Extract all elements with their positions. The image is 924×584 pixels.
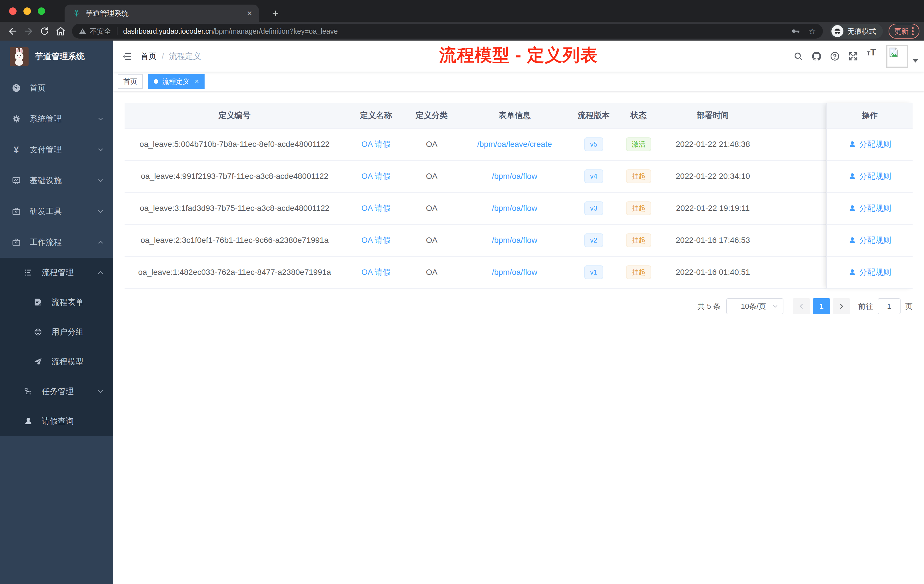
assign-rule-button[interactable]: 分配规则	[848, 139, 891, 150]
sidebar-item-label: 支付管理	[30, 144, 97, 155]
sidebar-item-label: 系统管理	[30, 114, 97, 124]
browser-tab[interactable]: 芋道管理系统 ×	[64, 5, 259, 22]
form-link[interactable]: /bpm/oa/flow	[492, 172, 538, 181]
chevron-down-icon	[97, 115, 104, 122]
reload-icon[interactable]	[36, 23, 53, 39]
breadcrumb-home[interactable]: 首页	[140, 51, 157, 62]
fullscreen-icon[interactable]	[844, 47, 862, 66]
font-size-icon[interactable]: TT	[862, 47, 881, 66]
bookmark-star-icon[interactable]: ☆	[808, 26, 816, 36]
form-link[interactable]: /bpm/oa/leave/create	[477, 140, 552, 149]
definition-name-link[interactable]: OA 请假	[361, 267, 391, 278]
col-header-id: 定义编号	[125, 103, 345, 128]
goto-prefix: 前往	[858, 302, 873, 312]
definition-id: oa_leave:4:991f2193-7b7f-11ec-a3c8-acde4…	[125, 160, 345, 192]
sidebar-item-process-model[interactable]: 流程模型	[0, 347, 113, 376]
yen-icon: ¥	[12, 145, 21, 155]
sidebar-item-label: 基础设施	[30, 175, 97, 186]
definition-id: oa_leave:1:482ec033-762a-11ec-8477-a2380…	[125, 257, 345, 288]
help-icon[interactable]	[826, 47, 844, 66]
url-path[interactable]: /bpm/manager/definition?key=oa_leave	[213, 27, 338, 35]
chevron-up-icon	[97, 239, 104, 246]
incognito-badge: 无痕模式	[830, 24, 883, 39]
url-domain[interactable]: dashboard.yudao.iocoder.cn	[123, 27, 213, 35]
user-avatar[interactable]	[886, 45, 908, 68]
zoom-window-button[interactable]	[38, 7, 45, 15]
sidebar-item-user-group[interactable]: 用户分组	[0, 317, 113, 347]
sidebar-item-label: 首页	[30, 82, 104, 93]
github-icon[interactable]	[807, 47, 826, 66]
assign-rule-button[interactable]: 分配规则	[848, 203, 891, 214]
chevron-down-icon	[97, 146, 104, 153]
password-key-icon[interactable]	[790, 26, 800, 36]
sidebar-toggle-icon[interactable]	[113, 51, 140, 61]
not-secure-label[interactable]: 不安全	[90, 26, 111, 36]
tag-label: 首页	[124, 77, 137, 86]
browser-toolbar: 不安全 dashboard.yudao.iocoder.cn/bpm/manag…	[0, 22, 924, 41]
close-window-button[interactable]	[9, 7, 16, 15]
page-number-button[interactable]: 1	[813, 298, 830, 314]
home-icon[interactable]	[53, 23, 69, 39]
sidebar-item-infrastructure[interactable]: 基础设施	[0, 165, 113, 196]
next-page-button[interactable]	[833, 298, 850, 314]
avatar-caret-down-icon[interactable]	[912, 59, 918, 63]
back-icon[interactable]	[5, 23, 21, 39]
search-icon[interactable]	[789, 47, 807, 66]
deploy-time: 2022-01-22 20:34:10	[663, 160, 763, 192]
person-icon	[848, 204, 856, 212]
goto-suffix: 页	[905, 302, 912, 312]
form-link[interactable]: /bpm/oa/flow	[492, 236, 538, 245]
definition-name-link[interactable]: OA 请假	[361, 139, 391, 150]
chevron-down-icon	[97, 388, 104, 395]
sidebar-item-process-form[interactable]: 流程表单	[0, 287, 113, 317]
definition-name-link[interactable]: OA 请假	[361, 203, 391, 214]
minimize-window-button[interactable]	[23, 7, 31, 15]
goto-page-input[interactable]	[878, 298, 901, 314]
chevron-up-icon	[97, 269, 104, 276]
person-icon	[848, 268, 856, 276]
table-row: oa_leave:1:482ec033-762a-11ec-8477-a2380…	[125, 257, 912, 289]
table-row: oa_leave:3:1fad3d93-7b75-11ec-a3c8-acde4…	[125, 193, 912, 224]
form-link[interactable]: /bpm/oa/flow	[492, 204, 538, 213]
address-bar[interactable]: 不安全 dashboard.yudao.iocoder.cn/bpm/manag…	[72, 24, 823, 39]
tag-process-definition[interactable]: 流程定义 ×	[148, 74, 205, 89]
sidebar-item-leave-query[interactable]: 请假查询	[0, 406, 113, 436]
prev-page-button[interactable]	[793, 298, 810, 314]
form-link[interactable]: /bpm/oa/flow	[492, 268, 538, 277]
page-size-select[interactable]: 10条/页	[726, 298, 784, 314]
sidebar-item-payment[interactable]: ¥ 支付管理	[0, 134, 113, 165]
sidebar-item-process-management[interactable]: 流程管理	[0, 258, 113, 287]
sidebar-item-system[interactable]: 系统管理	[0, 104, 113, 134]
update-label[interactable]: 更新	[894, 26, 909, 36]
sidebar-item-workflow[interactable]: 工作流程	[0, 227, 113, 258]
sidebar-item-devtools[interactable]: 研发工具	[0, 196, 113, 227]
forward-icon[interactable]	[21, 23, 36, 39]
close-tag-icon[interactable]: ×	[195, 78, 199, 86]
assign-rule-button[interactable]: 分配规则	[848, 267, 891, 278]
sidebar-item-label: 流程表单	[51, 297, 104, 308]
version-badge: v2	[584, 233, 603, 247]
tag-home[interactable]: 首页	[118, 74, 143, 89]
browser-menu-icon[interactable]	[912, 27, 914, 35]
sidebar-logo[interactable]: 芋道管理系统	[0, 41, 113, 73]
chrome-update-button[interactable]: 更新	[889, 24, 919, 39]
new-tab-button[interactable]: +	[267, 5, 284, 21]
person-icon	[848, 140, 856, 148]
close-tab-icon[interactable]: ×	[246, 9, 253, 17]
assign-rule-button[interactable]: 分配规则	[848, 235, 891, 246]
monitor-icon	[12, 176, 21, 185]
assign-rule-button[interactable]: 分配规则	[848, 171, 891, 182]
dashboard-icon	[12, 83, 21, 92]
not-secure-warning-icon[interactable]	[79, 27, 86, 35]
sidebar-item-home[interactable]: 首页	[0, 73, 113, 104]
definition-name-link[interactable]: OA 请假	[361, 235, 391, 246]
col-header-name: 定义名称	[345, 103, 408, 128]
definition-id: oa_leave:5:004b710b-7b8a-11ec-8ef0-acde4…	[125, 129, 345, 160]
chevron-left-icon	[798, 303, 805, 310]
sidebar-item-task-management[interactable]: 任务管理	[0, 376, 113, 406]
status-badge: 挂起	[626, 170, 651, 183]
sidebar: 芋道管理系统 首页 系统管理 ¥	[0, 41, 113, 584]
sidebar-item-label: 流程管理	[42, 267, 97, 278]
toolbox-icon	[12, 238, 21, 247]
definition-name-link[interactable]: OA 请假	[361, 171, 391, 182]
